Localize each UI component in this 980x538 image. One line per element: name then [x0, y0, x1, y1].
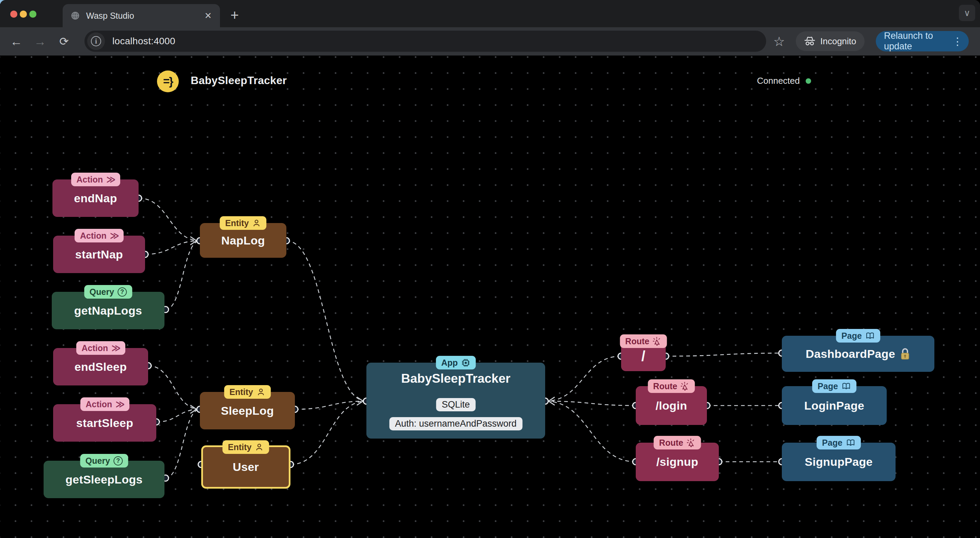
cursor-click-icon [681, 382, 690, 390]
browser-window: =} BabySleepTracker Connected Action≫ en… [0, 0, 980, 538]
wasp-logo: =} [157, 70, 179, 92]
node-type-badge: Page [816, 436, 861, 449]
open-book-icon [865, 331, 875, 340]
app-node-title: BabySleepTracker [366, 371, 545, 386]
node-type-badge: Action≫ [75, 229, 124, 242]
globe-favicon-icon [70, 11, 80, 21]
node-type-badge: Page [836, 329, 880, 342]
minimize-window-button[interactable] [20, 11, 27, 18]
browser-toolbar: ← → ⟳ i localhost:4000 ☆ Incognito Relau… [0, 27, 980, 56]
back-button[interactable]: ← [6, 27, 27, 56]
node-type-badge: Route [648, 379, 695, 393]
node-loginpage[interactable]: Page LoginPage [782, 386, 887, 425]
node-type-badge: App [436, 356, 476, 369]
new-tab-button[interactable]: + [227, 8, 242, 23]
node-route-signup[interactable]: Route /signup [636, 442, 719, 481]
node-label-text: DashboardPage [806, 347, 895, 361]
incognito-badge: Incognito [796, 31, 865, 51]
page-title: BabySleepTracker [191, 74, 287, 87]
wasp-logo-glyph: =} [163, 75, 173, 88]
action-chevrons-icon: ≫ [110, 231, 118, 241]
action-chevrons-icon: ≫ [115, 399, 124, 410]
relaunch-label: Relaunch to update [884, 31, 952, 52]
close-window-button[interactable] [10, 11, 18, 18]
incognito-label: Incognito [820, 36, 856, 47]
node-getsleeplogs[interactable]: Query? getSleepLogs [44, 461, 164, 498]
question-icon: ? [113, 456, 123, 465]
node-type-badge: Action≫ [71, 173, 120, 186]
database-chip: SQLite [436, 398, 476, 411]
reload-button[interactable]: ⟳ [54, 27, 74, 56]
node-getnaplogs[interactable]: Query? getNapLogs [52, 292, 164, 329]
open-book-icon [846, 438, 855, 447]
node-user[interactable]: Entity User [201, 446, 290, 489]
bookmark-star-icon[interactable]: ☆ [769, 27, 789, 56]
forward-button[interactable]: → [30, 27, 50, 56]
node-type-badge: Query? [84, 285, 132, 299]
node-route-login[interactable]: Route /login [636, 386, 707, 425]
address-bar[interactable]: i localhost:4000 [84, 31, 766, 52]
node-startsleep[interactable]: Action≫ startSleep [53, 404, 156, 442]
node-naplog[interactable]: Entity NapLog [200, 223, 286, 258]
maximize-window-button[interactable] [29, 11, 37, 18]
open-book-icon [842, 382, 851, 390]
site-info-button[interactable]: i [87, 32, 105, 50]
action-chevrons-icon: ≫ [106, 174, 115, 185]
connection-status-label: Connected [757, 76, 800, 86]
node-type-badge: Action≫ [76, 341, 125, 355]
node-dashboardpage[interactable]: Page DashboardPage [782, 336, 934, 372]
person-icon [256, 387, 265, 396]
incognito-icon [804, 36, 816, 46]
person-icon [255, 442, 264, 452]
node-type-badge: Route [620, 334, 667, 348]
tab-search-chevron-icon[interactable]: ∨ [959, 5, 975, 21]
relaunch-to-update-button[interactable]: Relaunch to update ⋮ [876, 31, 969, 51]
connection-status: Connected [757, 76, 811, 86]
node-type-badge: Query? [80, 454, 128, 468]
connected-dot-icon [806, 78, 811, 84]
node-type-badge: Page [812, 379, 856, 393]
node-type-badge: Route [654, 436, 701, 449]
close-tab-icon[interactable]: ✕ [204, 11, 212, 21]
tab-title: Wasp Studio [86, 11, 204, 21]
tab-strip: Wasp Studio ✕ + ∨ [0, 0, 980, 27]
node-route-root[interactable]: Route / [621, 341, 666, 371]
person-icon [252, 219, 261, 228]
url-text: localhost:4000 [112, 36, 175, 47]
node-startnap[interactable]: Action≫ startNap [53, 236, 145, 273]
node-app[interactable]: App BabySleepTracker SQLite Auth: userna… [366, 363, 545, 439]
node-type-badge: Entity [220, 216, 266, 230]
node-type-badge: Entity [222, 440, 269, 454]
node-endnap[interactable]: Action≫ endNap [52, 180, 138, 217]
node-type-badge: Action≫ [80, 397, 129, 411]
lock-icon [900, 347, 910, 360]
cursor-click-icon [686, 438, 695, 447]
info-icon: i [91, 36, 101, 46]
action-chevrons-icon: ≫ [111, 343, 119, 353]
browser-menu-kebab-icon[interactable]: ⋮ [952, 35, 963, 47]
question-icon: ? [118, 287, 127, 296]
node-sleeplog[interactable]: Entity SleepLog [200, 392, 295, 430]
cursor-click-icon [653, 337, 662, 345]
browser-tab[interactable]: Wasp Studio ✕ [63, 4, 220, 27]
node-signuppage[interactable]: Page SignupPage [782, 442, 896, 481]
chip-icon [461, 358, 470, 368]
node-type-badge: Entity [224, 385, 271, 399]
auth-chip: Auth: usernameAndPassword [389, 417, 522, 430]
node-endsleep[interactable]: Action≫ endSleep [53, 348, 148, 385]
